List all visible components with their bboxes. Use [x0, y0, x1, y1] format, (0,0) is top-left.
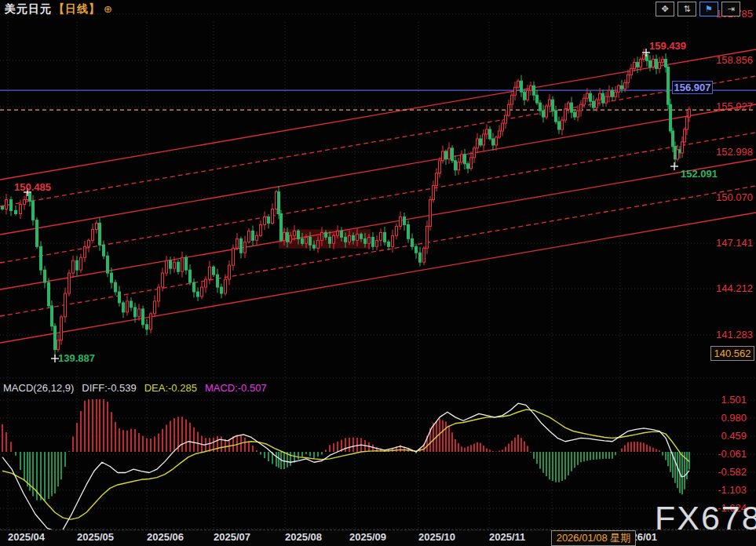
swing-price-label: 150.485	[14, 181, 51, 193]
symbol-name: 美元日元	[5, 2, 52, 15]
candlesticks	[2, 49, 691, 356]
macd-params-label: MACD(26,12,9)	[3, 382, 74, 394]
macd-tick-label: 1.501	[692, 394, 747, 406]
title-bar: 美元日元【日线】⊕	[5, 2, 113, 16]
time-tick-label: 2025/11	[489, 531, 525, 543]
price-tick-label: 144.212	[698, 282, 753, 294]
time-tick-label: 2025/07	[214, 531, 250, 543]
macd-histogram	[2, 399, 689, 500]
time-tick-label: 2025/08	[285, 531, 322, 543]
time-tick-label: 2025/05	[77, 531, 114, 543]
macd-diff-value: DIFF:-0.539	[82, 382, 136, 394]
macd-dea-value: DEA:-0.285	[144, 382, 197, 394]
trend-channel-lines[interactable]	[0, 49, 756, 343]
gridlines	[0, 14, 756, 529]
price-tick-label: 152.998	[698, 146, 753, 158]
macd-header: MACD(26,12,9) DIFF:-0.539 DEA:-0.285 MAC…	[3, 382, 267, 394]
swing-cross-icons	[24, 49, 678, 362]
chart-toolbar: ✥⇅⚑⇥	[656, 2, 740, 16]
price-tick-label: 158.856	[698, 54, 753, 66]
price-tick-label: 147.141	[698, 237, 753, 249]
alert-price-label[interactable]: 156.907	[672, 81, 713, 94]
time-tick-label: 2025/09	[349, 531, 386, 543]
chart-window: 美元日元【日线】⊕ ✥⇅⚑⇥ 161.785158.856155.927152.…	[0, 0, 756, 546]
macd-macd-value: MACD:-0.507	[205, 382, 267, 394]
time-tick-label: 2025/06	[147, 531, 184, 543]
macd-tick-label: -0.061	[692, 448, 747, 460]
time-tick-label: 2025/10	[418, 531, 455, 543]
price-tick-label: 150.070	[698, 191, 753, 203]
expand-icon[interactable]: ⊕	[104, 3, 113, 15]
time-tick-label: 2025/04	[8, 531, 45, 543]
macd-tick-label: 0.459	[692, 430, 747, 442]
swing-price-label: 139.887	[58, 352, 95, 364]
macd-tick-label: -1.103	[692, 484, 747, 496]
chart-canvas[interactable]	[0, 0, 756, 546]
price-tick-label: 155.927	[698, 100, 753, 112]
axis-scale-icon[interactable]: ⇅	[677, 2, 696, 16]
price-tick-label: 141.283	[698, 329, 753, 340]
timeframe-label: 【日线】	[53, 2, 100, 15]
detach-window-icon[interactable]: ⇥	[721, 2, 740, 16]
crosshair-price-box: 140.562	[710, 346, 754, 361]
macd-tick-label: 0.980	[692, 412, 747, 424]
pan-icon[interactable]: ✥	[656, 2, 674, 16]
flag-marker-icon[interactable]: ⚑	[699, 2, 718, 16]
swing-price-label: 159.439	[649, 40, 686, 52]
crosshair-date-box: 2026/01/08 星期四	[551, 530, 636, 546]
macd-diff-line	[2, 403, 689, 531]
swing-price-label: 152.091	[681, 168, 718, 180]
watermark-logo: FX678	[655, 499, 756, 537]
macd-tick-label: -0.582	[692, 466, 747, 478]
